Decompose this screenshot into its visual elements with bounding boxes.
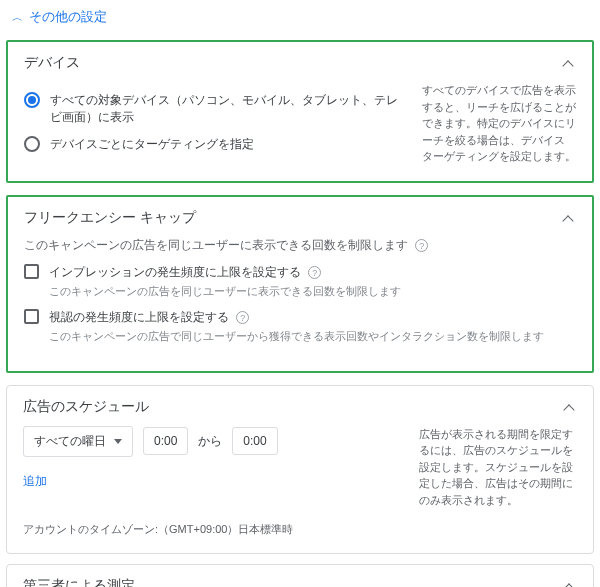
day-select[interactable]: すべての曜日	[23, 426, 133, 457]
frequency-cap-description: このキャンペーンの広告を同じユーザーに表示できる回数を制限します	[24, 238, 408, 252]
third-party-title: 第三者による測定	[23, 577, 135, 587]
ad-schedule-panel: 広告のスケジュール すべての曜日 0:00 から 0:00	[6, 385, 594, 555]
radio-icon	[24, 92, 40, 108]
chevron-up-icon	[563, 400, 577, 414]
devices-header[interactable]: デバイス	[8, 42, 592, 82]
chevron-up-icon	[562, 56, 576, 70]
viewable-cap-sub: このキャンペーンの広告で同じユーザーから獲得できる表示回数やインタラクション数を…	[49, 328, 544, 345]
timezone-note: アカウントのタイムゾーン:（GMT+09:00）日本標準時	[23, 522, 577, 537]
impression-cap-label: インプレッションの発生頻度に上限を設定する	[49, 265, 301, 279]
radio-icon	[24, 136, 40, 152]
checkbox-icon	[24, 264, 39, 279]
frequency-cap-highlight: フリークエンシー キャップ このキャンペーンの広告を同じユーザーに表示できる回数…	[6, 195, 594, 373]
time-to-value: 0:00	[243, 434, 266, 448]
time-to-input[interactable]: 0:00	[232, 427, 277, 455]
frequency-cap-title: フリークエンシー キャップ	[24, 209, 196, 227]
device-option-all[interactable]: すべての対象デバイス（パソコン、モバイル、タブレット、テレビ画面）に表示	[24, 92, 404, 126]
other-settings-toggle[interactable]: ︿ その他の設定	[0, 0, 600, 34]
chevron-up-icon	[562, 211, 576, 225]
chevron-down-icon	[114, 439, 122, 444]
impression-cap-option[interactable]: インプレッションの発生頻度に上限を設定する ? このキャンペーンの広告を同じユー…	[24, 264, 576, 300]
devices-help-text: すべてのデバイスで広告を表示すると、リーチを広げることができます。特定のデバイス…	[422, 82, 576, 165]
time-from-input[interactable]: 0:00	[143, 427, 188, 455]
devices-highlight: デバイス すべての対象デバイス（パソコン、モバイル、タブレット、テレビ画面）に表…	[6, 40, 594, 183]
viewable-cap-label: 視認の発生頻度に上限を設定する	[49, 310, 229, 324]
impression-cap-sub: このキャンペーンの広告を同じユーザーに表示できる回数を制限します	[49, 283, 401, 300]
devices-panel: デバイス すべての対象デバイス（パソコン、モバイル、タブレット、テレビ画面）に表…	[8, 42, 592, 181]
devices-title: デバイス	[24, 54, 80, 72]
day-select-value: すべての曜日	[34, 433, 106, 450]
ad-schedule-title: 広告のスケジュール	[23, 398, 149, 416]
third-party-panel: 第三者による測定 ベンダーを追加すると、ベンダーがこのキャンペーンの測定データを…	[6, 564, 594, 587]
device-option-specific[interactable]: デバイスごとにターゲティングを指定	[24, 136, 404, 153]
help-icon[interactable]: ?	[236, 311, 249, 324]
chevron-up-icon	[563, 579, 577, 587]
add-schedule-link[interactable]: 追加	[23, 473, 403, 490]
device-option-label: すべての対象デバイス（パソコン、モバイル、タブレット、テレビ画面）に表示	[50, 92, 404, 126]
third-party-header[interactable]: 第三者による測定	[7, 565, 593, 587]
device-option-label: デバイスごとにターゲティングを指定	[50, 136, 254, 153]
viewable-cap-option[interactable]: 視認の発生頻度に上限を設定する ? このキャンペーンの広告で同じユーザーから獲得…	[24, 309, 576, 345]
help-icon[interactable]: ?	[415, 239, 428, 252]
checkbox-icon	[24, 309, 39, 324]
ad-schedule-header[interactable]: 広告のスケジュール	[7, 386, 593, 426]
frequency-cap-header[interactable]: フリークエンシー キャップ	[8, 197, 592, 237]
other-settings-label: その他の設定	[29, 8, 107, 26]
schedule-help-text: 広告が表示される期間を限定するには、広告のスケジュールを設定します。スケジュール…	[419, 426, 577, 509]
time-from-value: 0:00	[154, 434, 177, 448]
frequency-cap-panel: フリークエンシー キャップ このキャンペーンの広告を同じユーザーに表示できる回数…	[8, 197, 592, 371]
help-icon[interactable]: ?	[308, 266, 321, 279]
chevron-up-icon: ︿	[12, 10, 23, 25]
from-label: から	[198, 433, 222, 450]
